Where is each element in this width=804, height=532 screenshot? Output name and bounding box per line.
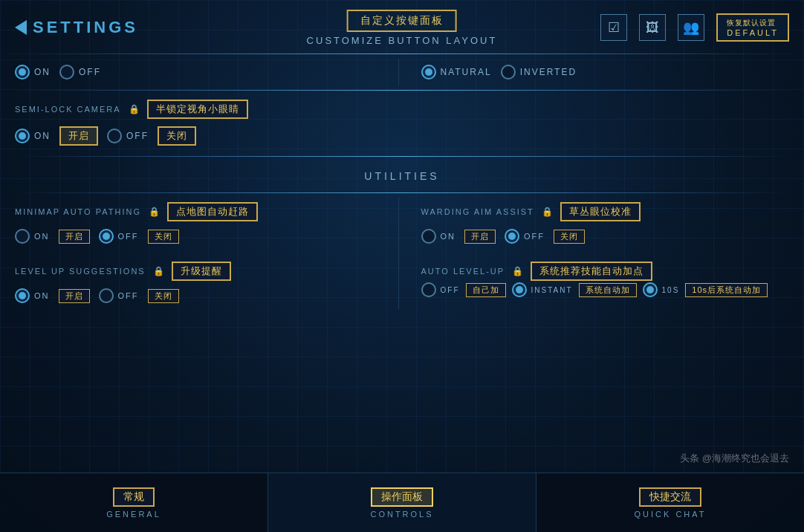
minimap-on-chinese[interactable]: 开启 [59, 230, 90, 244]
nav-quick-chat[interactable]: 快捷交流 QUICK CHAT [536, 473, 804, 532]
semi-lock-radio-row: ON 开启 OFF 关闭 [15, 120, 789, 152]
top-row: ON OFF NATURAL INVERTED [15, 59, 789, 85]
nav-quick-chat-chinese: 快捷交流 [639, 487, 701, 507]
minimap-off-label: OFF [118, 232, 139, 241]
minimap-label-row: MINIMAP AUTO PATHING 🔒 点地图自动赶路 [15, 198, 383, 223]
level-up-off-radio[interactable] [99, 288, 114, 303]
minimap-off-chinese[interactable]: 关闭 [148, 230, 179, 244]
semi-lock-on-chinese[interactable]: 开启 [59, 126, 98, 146]
warding-on-option[interactable]: ON [421, 229, 456, 244]
auto-level-off-label: OFF [441, 286, 460, 294]
natural-label: NATURAL [441, 67, 492, 77]
semi-lock-label: SEMI-LOCK CAMERA [15, 105, 121, 114]
level-up-off-option[interactable]: OFF [99, 288, 139, 303]
level-up-label-row: LEVEL UP SUGGESTIONS 🔒 升级提醒 [15, 257, 383, 282]
natural-inverted-row: NATURAL INVERTED [421, 59, 790, 85]
inverted-radio[interactable] [501, 65, 516, 80]
semi-lock-on-radio[interactable] [15, 129, 30, 143]
level-up-on-chinese[interactable]: 开启 [59, 289, 90, 303]
off-label: OFF [79, 67, 101, 77]
minimap-on-option[interactable]: ON [15, 229, 50, 244]
chinese-title-box: 自定义按键面板 [347, 10, 457, 32]
on-option[interactable]: ON [15, 65, 51, 80]
auto-level-delayed-option[interactable]: 10s [643, 282, 680, 297]
customize-subtitle: CUSTOMIZE BUTTON LAYOUT [307, 35, 498, 46]
auto-level-delayed-radio[interactable] [643, 282, 658, 297]
inverted-option[interactable]: INVERTED [501, 65, 577, 80]
divider-1 [15, 90, 789, 91]
watermark: 头条 @海潮终究也会退去 [680, 452, 789, 465]
on-off-row: ON OFF [15, 59, 383, 85]
divider-2 [15, 156, 789, 157]
auto-level-label: AUTO LEVEL-UP [421, 267, 505, 276]
level-up-chinese: 升级提醒 [172, 262, 231, 281]
divider-3 [15, 192, 789, 193]
auto-level-delayed-label: 10s [662, 286, 680, 294]
header-divider [0, 53, 804, 54]
auto-level-label-row: AUTO LEVEL-UP 🔒 系统推荐技能自动加点 [421, 257, 790, 282]
auto-level-instant-radio[interactable] [512, 282, 527, 297]
minimap-lock-icon: 🔒 [149, 207, 160, 217]
util-left-col: MINIMAP AUTO PATHING 🔒 点地图自动赶路 ON 开启 OFF [15, 198, 399, 309]
warding-on-chinese[interactable]: 开启 [464, 230, 496, 244]
nav-controls[interactable]: 操作面板 CONTROLS [268, 473, 536, 532]
level-up-on-label: ON [34, 291, 50, 300]
warding-label: WARDING AIM ASSIST [421, 207, 534, 216]
warding-chinese: 草丛眼位校准 [560, 202, 641, 221]
nav-general-label: GENERAL [106, 510, 161, 519]
warding-on-radio[interactable] [421, 229, 436, 244]
minimap-off-radio[interactable] [99, 229, 114, 244]
on-label: ON [34, 67, 51, 77]
warding-section: WARDING AIM ASSIST 🔒 草丛眼位校准 ON 开启 OFF [421, 198, 790, 250]
header-right: ☑ 🖼 👥 恢复默认设置 DEFAULT [600, 13, 789, 42]
semi-lock-off-option[interactable]: OFF [107, 129, 149, 143]
auto-level-section: AUTO LEVEL-UP 🔒 系统推荐技能自动加点 OFF 自己加 INSTA… [421, 257, 790, 297]
off-option[interactable]: OFF [59, 65, 101, 80]
level-up-off-chinese[interactable]: 关闭 [148, 289, 179, 303]
natural-option[interactable]: NATURAL [421, 65, 492, 80]
warding-off-option[interactable]: OFF [505, 229, 545, 244]
level-up-lock-icon: 🔒 [153, 266, 164, 276]
warding-off-chinese[interactable]: 关闭 [554, 230, 585, 244]
level-up-on-option[interactable]: ON [15, 288, 50, 303]
back-button[interactable]: SETTINGS [15, 18, 138, 37]
header-center: 自定义按键面板 CUSTOMIZE BUTTON LAYOUT [307, 10, 498, 46]
nav-general-chinese: 常规 [113, 487, 155, 507]
auto-level-off-option[interactable]: OFF [421, 282, 460, 297]
level-up-on-radio[interactable] [15, 288, 30, 303]
image-icon-btn[interactable]: 🖼 [639, 14, 666, 41]
natural-radio[interactable] [421, 65, 436, 80]
utilities-grid: MINIMAP AUTO PATHING 🔒 点地图自动赶路 ON 开启 OFF [15, 198, 789, 309]
semi-lock-label-row: SEMI-LOCK CAMERA 🔒 半锁定视角小眼睛 [15, 95, 789, 120]
minimap-label: MINIMAP AUTO PATHING [15, 207, 141, 216]
nav-general[interactable]: 常规 GENERAL [0, 473, 268, 532]
nav-controls-chinese: 操作面板 [371, 487, 433, 507]
auto-level-off-radio[interactable] [421, 282, 436, 297]
warding-on-label: ON [441, 232, 456, 241]
semi-lock-on-label: ON [34, 131, 51, 141]
auto-level-instant-chinese[interactable]: 系统自动加 [579, 283, 637, 297]
semi-lock-off-radio[interactable] [107, 129, 122, 143]
auto-level-instant-label: INSTANT [531, 286, 573, 294]
auto-level-delayed-chinese[interactable]: 10s后系统自动加 [685, 283, 768, 297]
settings-title: SETTINGS [33, 18, 138, 37]
off-radio[interactable] [59, 65, 74, 80]
semi-lock-off-chinese[interactable]: 关闭 [158, 126, 196, 146]
default-button[interactable]: 恢复默认设置 DEFAULT [716, 13, 789, 42]
minimap-off-option[interactable]: OFF [99, 229, 139, 244]
header: SETTINGS 自定义按键面板 CUSTOMIZE BUTTON LAYOUT… [0, 0, 804, 49]
minimap-on-radio[interactable] [15, 229, 30, 244]
bottom-nav: 常规 GENERAL 操作面板 CONTROLS 快捷交流 QUICK CHAT [0, 473, 804, 532]
auto-level-chinese: 系统推荐技能自动加点 [531, 262, 652, 281]
semi-lock-on-option[interactable]: ON [15, 129, 51, 143]
warding-off-radio[interactable] [505, 229, 519, 244]
auto-level-instant-option[interactable]: INSTANT [512, 282, 573, 297]
checklist-icon-btn[interactable]: ☑ [600, 14, 627, 41]
auto-level-off-chinese[interactable]: 自己加 [466, 283, 506, 297]
auto-level-radio-row: OFF 自己加 INSTANT 系统自动加 10s 10s后系统自动加 [421, 282, 790, 297]
warding-label-row: WARDING AIM ASSIST 🔒 草丛眼位校准 [421, 198, 790, 223]
lock-icon: 🔒 [129, 104, 140, 114]
on-radio[interactable] [15, 65, 30, 80]
user-icon-btn[interactable]: 👥 [678, 14, 704, 41]
warding-radio-row: ON 开启 OFF 关闭 [421, 223, 790, 250]
